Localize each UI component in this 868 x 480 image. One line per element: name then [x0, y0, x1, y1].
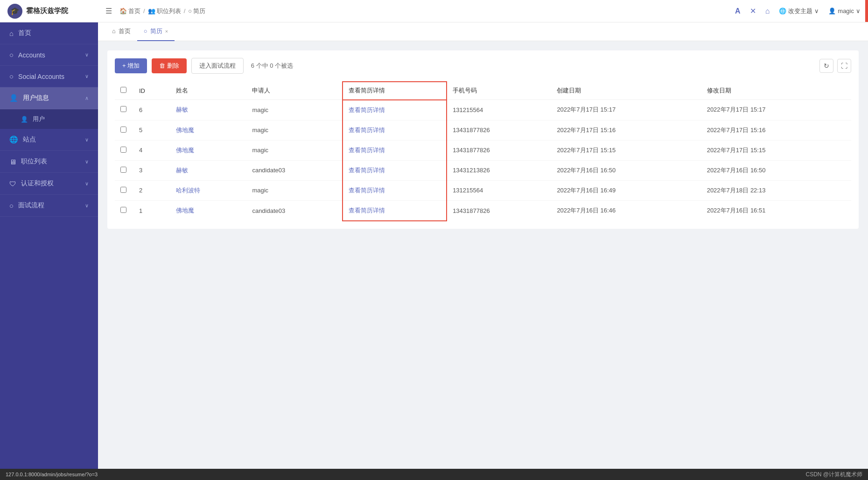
cell-applicant-3: candidate03: [246, 160, 343, 180]
sidebar-item-social-accounts[interactable]: ○ Social Accounts ∨: [0, 66, 98, 87]
cell-applicant-5: candidate03: [246, 200, 343, 221]
house-icon[interactable]: ⌂: [765, 7, 770, 15]
cell-created-5: 2022年7月16日 16:46: [551, 200, 701, 221]
cell-name-5[interactable]: 佛地魔: [170, 200, 246, 221]
cell-phone-4: 131215564: [447, 180, 551, 200]
sites-icon: 🌐: [9, 135, 18, 144]
breadcrumb-home[interactable]: 🏠 首页: [119, 7, 140, 15]
status-bar: 127.0.0.1:8000/admin/jobs/resume/?o=3 CS…: [0, 469, 868, 480]
cell-view-2[interactable]: 查看简历详情: [343, 140, 447, 160]
row-checkbox-2[interactable]: [120, 147, 126, 153]
menu-icon[interactable]: ☰: [105, 7, 112, 15]
content-area: ⌂ 首页 ○ 简历 × + 增加 🗑 删除 进入面试流程 6 个中 0 个被选 …: [98, 22, 868, 480]
sidebar-item-auth[interactable]: 🛡 认证和授权 ∨: [0, 173, 98, 195]
tab-home-label: 首页: [119, 27, 131, 35]
name-link-5[interactable]: 佛地魔: [176, 207, 194, 214]
font-icon[interactable]: A: [735, 7, 741, 15]
user-chevron-icon: ∨: [856, 7, 861, 14]
name-link-1[interactable]: 佛地魔: [176, 127, 194, 134]
cell-view-4[interactable]: 查看简历详情: [343, 180, 447, 200]
tab-close-icon[interactable]: ×: [165, 28, 168, 34]
cell-phone-0: 131215564: [447, 100, 551, 120]
row-checkbox-0[interactable]: [120, 106, 126, 112]
view-link-5[interactable]: 查看简历详情: [349, 207, 385, 214]
delete-button[interactable]: 🗑 删除: [152, 58, 187, 73]
cell-phone-2: 13431877826: [447, 140, 551, 160]
view-link-3[interactable]: 查看简历详情: [349, 167, 385, 174]
sidebar-auth-label: 认证和授权: [21, 179, 54, 188]
row-checkbox-1[interactable]: [120, 127, 126, 133]
view-link-1[interactable]: 查看简历详情: [349, 127, 385, 134]
sidebar-social-accounts-label: Social Accounts: [18, 73, 64, 80]
sidebar-item-accounts[interactable]: ○ Accounts ∨: [0, 44, 98, 66]
cell-name-2[interactable]: 佛地魔: [170, 140, 246, 160]
toolbar-right: ↻ ⛶: [819, 59, 851, 73]
cell-modified-1: 2022年7月17日 15:16: [701, 120, 851, 140]
sidebar-item-user-info[interactable]: 👤 用户信息 ∧: [0, 87, 98, 109]
tab-home[interactable]: ⌂ 首页: [105, 22, 137, 41]
name-link-0[interactable]: 赫敏: [176, 106, 188, 113]
sidebar-item-user[interactable]: 👤 用户: [0, 109, 98, 129]
view-link-0[interactable]: 查看简历详情: [349, 106, 385, 113]
row-checkbox-5[interactable]: [120, 207, 126, 213]
main-layout: ⌂ 首页 ○ Accounts ∨ ○ Social Accounts ∨ 👤 …: [0, 22, 868, 480]
view-link-4[interactable]: 查看简历详情: [349, 187, 385, 194]
refresh-button[interactable]: ↻: [819, 59, 833, 73]
cell-view-0[interactable]: 查看简历详情: [343, 100, 447, 120]
table-body: 6 赫敏 magic 查看简历详情 131215564 2022年7月17日 1…: [115, 100, 851, 221]
cross-icon[interactable]: ✕: [750, 7, 756, 15]
sidebar-user-label: 用户: [33, 115, 45, 123]
jobs-sidebar-icon: 🖥: [9, 158, 16, 166]
theme-chevron-icon: ∨: [814, 7, 819, 14]
sidebar-jobs-label: 职位列表: [21, 157, 47, 166]
view-link-2[interactable]: 查看简历详情: [349, 147, 385, 154]
name-link-4[interactable]: 哈利波特: [176, 187, 200, 194]
breadcrumb-jobs[interactable]: 👥 职位列表: [148, 7, 181, 15]
cell-name-0[interactable]: 赫敏: [170, 100, 246, 120]
home-icon: 🏠: [119, 7, 127, 14]
name-link-3[interactable]: 赫敏: [176, 167, 188, 174]
tab-resume[interactable]: ○ 简历 ×: [137, 22, 175, 41]
watermark: CSDN @计算机魔术师: [805, 471, 862, 479]
user-sub-icon: 👤: [21, 116, 28, 123]
social-accounts-icon: ○: [9, 72, 14, 80]
user-button[interactable]: 👤 magic ∨: [828, 7, 861, 14]
interview-button[interactable]: 进入面试流程: [191, 58, 244, 74]
cell-id-1: 5: [133, 120, 170, 140]
auth-icon: 🛡: [9, 180, 16, 188]
cell-name-3[interactable]: 赫敏: [170, 160, 246, 180]
toolbar: + 增加 🗑 删除 进入面试流程 6 个中 0 个被选 ↻ ⛶: [115, 58, 851, 74]
cell-name-1[interactable]: 佛地魔: [170, 120, 246, 140]
header-nav: ☰ 🏠 首页 / 👥 职位列表 / ○ 简历: [105, 7, 735, 15]
expand-button[interactable]: ⛶: [837, 59, 851, 73]
cell-checkbox-3: [115, 160, 133, 180]
sidebar-item-interview[interactable]: ○ 面试流程 ∨: [0, 195, 98, 217]
col-created: 创建日期: [551, 82, 701, 100]
accounts-icon: ○: [9, 51, 14, 59]
cell-modified-0: 2022年7月17日 15:17: [701, 100, 851, 120]
name-link-2[interactable]: 佛地魔: [176, 147, 194, 154]
add-button[interactable]: + 增加: [115, 58, 147, 73]
cell-view-1[interactable]: 查看简历详情: [343, 120, 447, 140]
cell-created-4: 2022年7月16日 16:49: [551, 180, 701, 200]
cell-checkbox-2: [115, 140, 133, 160]
select-all-checkbox[interactable]: [120, 87, 126, 93]
table-row: 2 哈利波特 magic 查看简历详情 131215564 2022年7月16日…: [115, 180, 851, 200]
col-view: 查看简历详情: [343, 82, 447, 100]
cell-checkbox-5: [115, 200, 133, 221]
cell-applicant-1: magic: [246, 120, 343, 140]
sidebar-item-jobs[interactable]: 🖥 职位列表 ∨: [0, 151, 98, 173]
accounts-chevron-icon: ∨: [85, 52, 89, 58]
cell-view-3[interactable]: 查看简历详情: [343, 160, 447, 180]
row-checkbox-4[interactable]: [120, 187, 126, 193]
cell-view-5[interactable]: 查看简历详情: [343, 200, 447, 221]
cell-id-5: 1: [133, 200, 170, 221]
logo-icon: 🎓: [7, 4, 22, 19]
sidebar-user-info-label: 用户信息: [23, 94, 49, 102]
theme-button[interactable]: 🌐 改变主题 ∨: [779, 7, 819, 15]
cell-name-4[interactable]: 哈利波特: [170, 180, 246, 200]
row-checkbox-3[interactable]: [120, 167, 126, 173]
cell-checkbox-1: [115, 120, 133, 140]
sidebar-item-home[interactable]: ⌂ 首页: [0, 22, 98, 44]
sidebar-item-sites[interactable]: 🌐 站点 ∨: [0, 129, 98, 151]
